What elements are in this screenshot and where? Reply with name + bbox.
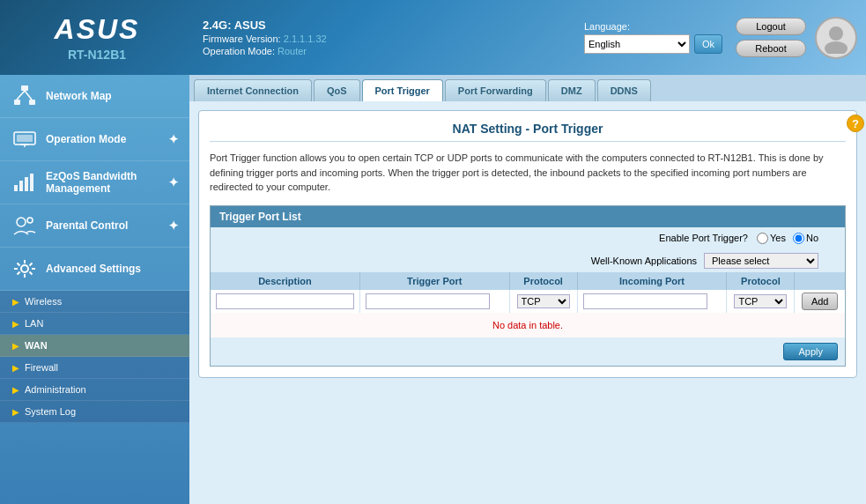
svg-point-1 (825, 41, 847, 54)
add-cell: Add (795, 290, 846, 313)
svg-line-5 (17, 91, 25, 100)
sidebar-sub-section: ▶ Wireless ▶ LAN ▶ WAN ▶ Firewall ▶ Admi… (0, 291, 189, 423)
col-header-protocol-incoming: Protocol (727, 272, 795, 290)
nat-wrapper: NAT Setting - Port Trigger Port Trigger … (198, 110, 857, 378)
svg-rect-8 (17, 135, 33, 142)
firewall-arrow: ▶ (12, 363, 19, 373)
input-trigger-protocol-cell: TCP UDP BOTH (509, 290, 577, 313)
tab-internet-connection[interactable]: Internet Connection (194, 79, 312, 101)
sidebar-item-operation-mode[interactable]: Operation Mode ✦ (0, 118, 189, 161)
firmware-link[interactable]: 2.1.1.1.32 (284, 33, 327, 44)
sidebar-item-network-map[interactable]: Network Map (0, 75, 189, 118)
operation-mode-arrow: ✦ (168, 132, 179, 146)
main-layout: Network Map Operation Mode ✦ (0, 75, 866, 504)
tab-port-forwarding[interactable]: Port Forwarding (445, 79, 546, 101)
sidebar-label-operation-mode: Operation Mode (46, 133, 126, 145)
sidebar-label-system-log: System Log (25, 406, 76, 417)
language-label: Language: (584, 21, 630, 32)
data-input-row: TCP UDP BOTH TC (211, 290, 846, 313)
svg-rect-11 (14, 185, 18, 191)
sidebar: Network Map Operation Mode ✦ (0, 75, 189, 504)
description-input[interactable] (216, 293, 354, 309)
add-button[interactable]: Add (802, 293, 839, 310)
advanced-settings-icon (11, 255, 39, 283)
trigger-protocol-select[interactable]: TCP UDP BOTH (517, 294, 570, 308)
network-map-icon (11, 82, 39, 110)
logo-area: ASUS RT-N12B1 (9, 13, 185, 62)
system-log-arrow: ▶ (12, 407, 19, 417)
operation-mode-icon (11, 125, 39, 153)
tab-bar: Internet Connection QoS Port Trigger Por… (189, 75, 866, 101)
input-incoming-protocol-cell: TCP UDP BOTH (727, 290, 795, 313)
ezqos-icon (11, 168, 39, 196)
svg-rect-3 (14, 100, 20, 105)
incoming-port-input[interactable] (583, 293, 707, 309)
svg-rect-12 (19, 181, 23, 191)
svg-point-0 (829, 26, 843, 41)
yes-radio[interactable] (757, 233, 768, 244)
input-trigger-port-cell (359, 290, 509, 313)
svg-point-15 (17, 218, 26, 226)
parental-control-icon (11, 211, 39, 240)
trigger-port-list-header: Trigger Port List (219, 211, 301, 223)
model-name: RT-N12B1 (68, 48, 126, 62)
logout-button[interactable]: Logout (736, 18, 806, 35)
input-incoming-port-cell (577, 290, 727, 313)
help-icon[interactable]: ? (847, 115, 864, 132)
language-section: Language: English Chinese Japanese Korea… (584, 21, 722, 54)
yes-radio-label[interactable]: Yes (757, 233, 786, 244)
content-area: Internet Connection QoS Port Trigger Por… (189, 75, 866, 504)
sidebar-label-advanced-settings: Advanced Settings (46, 263, 141, 275)
ok-button[interactable]: Ok (694, 34, 722, 54)
svg-rect-14 (30, 174, 33, 191)
apply-button[interactable]: Apply (783, 343, 838, 360)
band-info: 2.4G: ASUS (203, 19, 584, 32)
apply-row: Apply (211, 337, 846, 367)
svg-line-6 (25, 91, 32, 100)
language-select[interactable]: English Chinese Japanese Korean French G… (584, 34, 690, 54)
no-radio-label[interactable]: No (793, 233, 818, 244)
well-known-select[interactable]: Please select (704, 253, 818, 269)
incoming-protocol-select[interactable]: TCP UDP BOTH (734, 294, 787, 308)
apply-cell: Apply (211, 337, 846, 367)
nat-description: Port Trigger function allows you to open… (210, 151, 846, 195)
sidebar-item-lan[interactable]: ▶ LAN (0, 313, 189, 335)
sidebar-item-system-log[interactable]: ▶ System Log (0, 401, 189, 423)
column-headers-row: Description Trigger Port Protocol Incomi… (211, 272, 846, 290)
tab-qos[interactable]: QoS (314, 79, 360, 101)
sidebar-item-wireless[interactable]: ▶ Wireless (0, 291, 189, 313)
sidebar-item-firewall[interactable]: ▶ Firewall (0, 357, 189, 379)
reboot-button[interactable]: Reboot (736, 40, 806, 57)
tab-port-trigger[interactable]: Port Trigger (362, 79, 443, 101)
enable-port-trigger-label: Enable Port Trigger? (659, 233, 748, 243)
header: ASUS RT-N12B1 2.4G: ASUS Firmware Versio… (0, 0, 866, 75)
no-radio[interactable] (793, 233, 804, 244)
enable-port-trigger-row: Enable Port Trigger? Yes No (211, 227, 846, 249)
ezqos-arrow: ✦ (168, 175, 179, 189)
well-known-row: Well-Known Applications Please select (211, 249, 846, 272)
content-body: NAT Setting - Port Trigger Port Trigger … (189, 101, 866, 504)
header-buttons: Logout Reboot (736, 18, 806, 57)
sidebar-item-parental-control[interactable]: Parental Control ✦ (0, 204, 189, 248)
sidebar-item-administration[interactable]: ▶ Administration (0, 379, 189, 401)
opmode-info: Operation Mode: Router (203, 46, 584, 56)
sidebar-label-wan: WAN (25, 340, 48, 351)
sidebar-label-network-map: Network Map (46, 90, 112, 102)
nat-title: NAT Setting - Port Trigger (210, 122, 846, 142)
svg-point-17 (21, 265, 28, 272)
sidebar-item-ezqos[interactable]: EzQoS Bandwidth Management ✦ (0, 161, 189, 204)
no-data-message: No data in table. (211, 313, 846, 337)
svg-rect-13 (25, 177, 28, 191)
sidebar-item-wan[interactable]: ▶ WAN (0, 335, 189, 357)
trigger-port-input[interactable] (366, 293, 490, 309)
svg-rect-4 (29, 100, 35, 105)
administration-arrow: ▶ (12, 385, 19, 395)
firmware-info: Firmware Version: 2.1.1.1.32 (203, 33, 584, 44)
col-header-description: Description (211, 272, 360, 290)
input-description-cell (211, 290, 360, 313)
sidebar-item-advanced-settings[interactable]: Advanced Settings (0, 248, 189, 291)
opmode-link[interactable]: Router (278, 46, 307, 56)
tab-ddns[interactable]: DDNS (597, 79, 651, 101)
tab-dmz[interactable]: DMZ (548, 79, 596, 101)
sidebar-label-parental-control: Parental Control (46, 219, 128, 232)
